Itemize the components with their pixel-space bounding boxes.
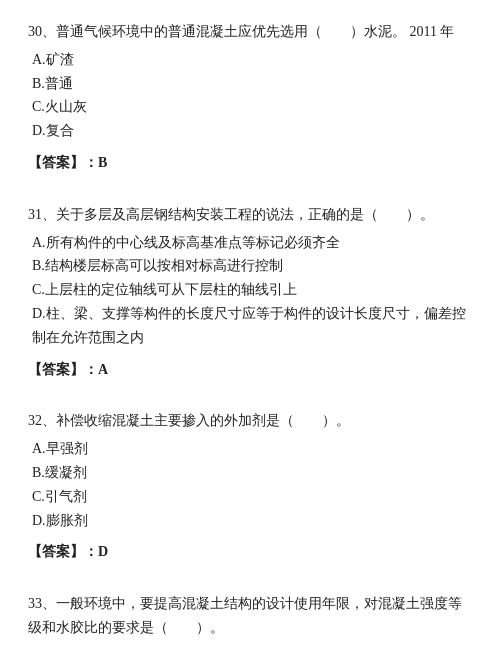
question-31-answer-label: 【答案】：	[28, 362, 98, 377]
question-32: 32、补偿收缩混凝土主要掺入的外加剂是（ ）。 A.早强剂 B.缓凝剂 C.引气…	[28, 409, 472, 564]
question-30-option-d: D.复合	[32, 119, 472, 143]
question-32-option-c: C.引气剂	[32, 485, 472, 509]
question-31: 31、关于多层及高层钢结构安装工程的说法，正确的是（ ）。 A.所有构件的中心线…	[28, 203, 472, 382]
question-32-answer-value: D	[98, 544, 108, 559]
question-33-text: 33、一般环境中，要提高混凝土结构的设计使用年限，对混凝土强度等级和水胶比的要求…	[28, 592, 472, 640]
question-30-option-b: B.普通	[32, 72, 472, 96]
question-32-option-d: D.膨胀剂	[32, 509, 472, 533]
question-31-option-b: B.结构楼层标高可以按相对标高进行控制	[32, 254, 472, 278]
question-32-option-a: A.早强剂	[32, 437, 472, 461]
question-33: 33、一般环境中，要提高混凝土结构的设计使用年限，对混凝土强度等级和水胶比的要求…	[28, 592, 472, 647]
question-30-text: 30、普通气候环境中的普通混凝土应优先选用（ ）水泥。 2011 年	[28, 20, 472, 44]
page-content: 30、普通气候环境中的普通混凝土应优先选用（ ）水泥。 2011 年 A.矿渣 …	[28, 20, 472, 647]
question-32-answer: 【答案】：D	[28, 540, 472, 564]
question-31-option-d: D.柱、梁、支撑等构件的长度尺寸应等于构件的设计长度尺寸，偏差控制在允许范围之内	[32, 302, 472, 350]
question-30-answer-label: 【答案】：	[28, 155, 98, 170]
question-32-text: 32、补偿收缩混凝土主要掺入的外加剂是（ ）。	[28, 409, 472, 433]
question-30-option-c: C.火山灰	[32, 95, 472, 119]
question-31-answer: 【答案】：A	[28, 358, 472, 382]
question-31-option-a: A.所有构件的中心线及标高基准点等标记必须齐全	[32, 231, 472, 255]
question-31-answer-value: A	[98, 362, 108, 377]
question-32-option-b: B.缓凝剂	[32, 461, 472, 485]
question-30-option-a: A.矿渣	[32, 48, 472, 72]
question-30-answer: 【答案】：B	[28, 151, 472, 175]
question-32-answer-label: 【答案】：	[28, 544, 98, 559]
question-30-answer-value: B	[98, 155, 107, 170]
question-31-text: 31、关于多层及高层钢结构安装工程的说法，正确的是（ ）。	[28, 203, 472, 227]
question-30: 30、普通气候环境中的普通混凝土应优先选用（ ）水泥。 2011 年 A.矿渣 …	[28, 20, 472, 175]
question-31-option-c: C.上层柱的定位轴线可从下层柱的轴线引上	[32, 278, 472, 302]
